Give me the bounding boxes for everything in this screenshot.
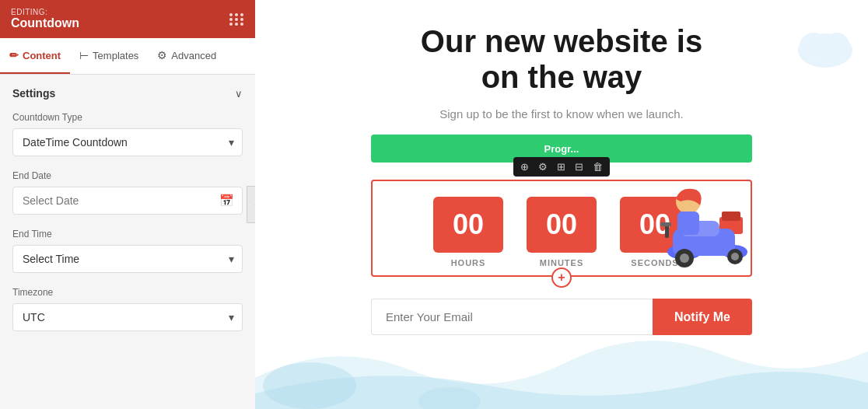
countdown-hours: 00 HOURS — [433, 197, 503, 267]
delete-icon[interactable]: 🗑 — [590, 159, 605, 174]
tab-templates[interactable]: ⊢ Templates — [70, 38, 148, 74]
right-content: Our new website ison the way Sign up to … — [255, 0, 868, 409]
editing-title: Countdown — [11, 16, 79, 30]
countdown-minutes: 00 MINUTES — [527, 197, 597, 267]
grid-icon[interactable] — [229, 13, 244, 26]
chevron-down-icon[interactable]: ∨ — [235, 88, 243, 100]
countdown-type-select-wrapper[interactable]: DateTime Countdown Evergreen Countdown ▾ — [12, 128, 243, 156]
timezone-field: Timezone UTC GMT EST PST ▾ — [12, 287, 243, 331]
email-notify-row: Notify Me — [371, 299, 752, 335]
left-panel: EDITING: Countdown ✏ Content ⊢ Templates… — [0, 0, 255, 409]
save-icon[interactable]: ⊞ — [555, 159, 568, 174]
end-time-select[interactable]: Select Time 12:00 AM 6:00 AM 12:00 PM 6:… — [13, 246, 242, 272]
seconds-box: 00 — [620, 197, 690, 253]
end-time-field: End Time Select Time 12:00 AM 6:00 AM 12… — [12, 229, 243, 273]
settings-title: Settings — [12, 87, 55, 100]
timezone-select-wrapper[interactable]: UTC GMT EST PST ▾ — [12, 303, 243, 331]
progress-label: Progr... — [544, 143, 579, 155]
svg-point-8 — [723, 245, 747, 259]
panel-content: Settings ∨ Countdown Type DateTime Count… — [0, 75, 255, 409]
editing-label: EDITING: — [11, 8, 79, 16]
email-input[interactable] — [371, 299, 653, 335]
end-date-label: End Date — [12, 170, 243, 181]
hero-title: Our new website ison the way — [421, 23, 702, 95]
end-date-input[interactable] — [13, 187, 242, 214]
editing-header: EDITING: Countdown — [0, 0, 255, 38]
tab-advanced[interactable]: ⚙ Advanced — [148, 38, 226, 74]
end-date-input-wrapper[interactable]: 📅 — [12, 187, 243, 215]
seconds-label: SECONDS — [631, 258, 678, 267]
end-date-field: End Date 📅 — [12, 170, 243, 215]
countdown-seconds: 00 SECONDS — [620, 197, 690, 267]
collapse-panel-handle[interactable]: ‹ — [247, 186, 255, 223]
countdown-container: 00 HOURS 00 MINUTES 00 SECONDS — [371, 180, 752, 277]
tab-bar: ✏ Content ⊢ Templates ⚙ Advanced — [0, 38, 255, 75]
minutes-label: MINUTES — [540, 258, 584, 267]
end-time-label: End Time — [12, 229, 243, 239]
progress-toolbar: ⊕ ⚙ ⊞ ⊟ 🗑 — [513, 157, 610, 177]
hero-subtitle: Sign up to be the first to know when we … — [439, 107, 684, 121]
sliders-icon: ⚙ — [157, 49, 167, 61]
countdown-type-field: Countdown Type DateTime Countdown Evergr… — [12, 112, 243, 156]
template-icon: ⊢ — [79, 49, 89, 61]
cloud-decoration — [794, 23, 856, 70]
duplicate-icon[interactable]: ⊟ — [572, 159, 586, 174]
svg-rect-6 — [722, 211, 740, 221]
svg-point-1 — [418, 387, 481, 409]
hours-label: HOURS — [451, 258, 486, 267]
timezone-label: Timezone — [12, 287, 243, 298]
svg-point-0 — [263, 362, 356, 409]
add-section-button[interactable]: + — [551, 267, 572, 288]
end-time-select-wrapper[interactable]: Select Time 12:00 AM 6:00 AM 12:00 PM 6:… — [12, 245, 243, 273]
svg-point-17 — [727, 249, 743, 264]
notify-button[interactable]: Notify Me — [653, 299, 752, 335]
svg-point-18 — [731, 253, 739, 260]
countdown-type-label: Countdown Type — [12, 112, 243, 123]
settings-icon[interactable]: ⚙ — [536, 159, 550, 174]
countdown-type-select[interactable]: DateTime Countdown Evergreen Countdown — [13, 129, 242, 156]
hours-box: 00 — [433, 197, 503, 253]
svg-rect-5 — [719, 217, 743, 234]
minutes-box: 00 — [527, 197, 597, 253]
tab-content[interactable]: ✏ Content — [0, 38, 70, 74]
timezone-select[interactable]: UTC GMT EST PST — [13, 304, 242, 330]
move-icon[interactable]: ⊕ — [518, 159, 531, 174]
settings-section-header: Settings ∨ — [12, 87, 243, 100]
svg-point-3 — [800, 33, 828, 61]
svg-point-4 — [824, 33, 849, 58]
pencil-icon: ✏ — [9, 49, 19, 61]
